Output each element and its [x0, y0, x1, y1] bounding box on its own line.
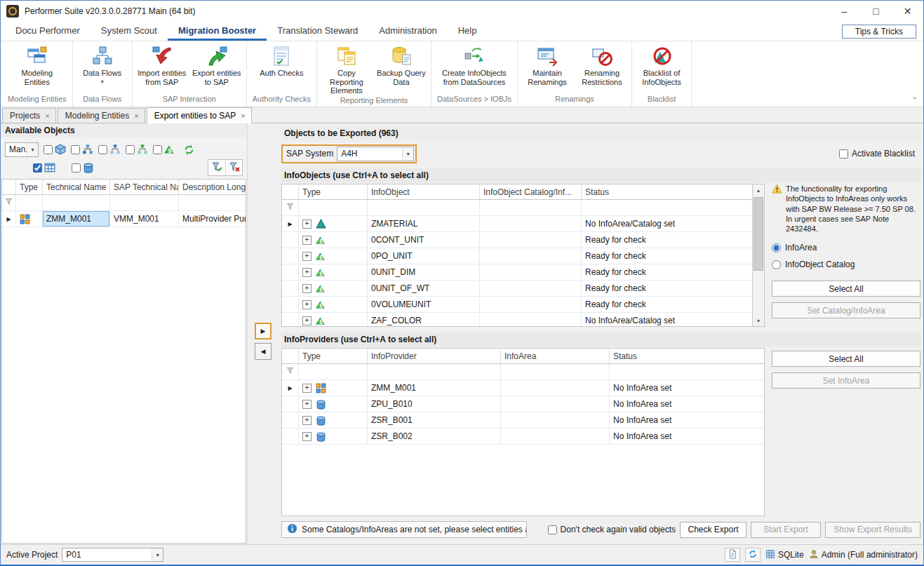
filter-cell[interactable]	[582, 200, 752, 215]
column-header-sap-technical-name[interactable]: SAP Technical Na...	[110, 180, 179, 194]
clear-filter-button[interactable]	[225, 160, 242, 175]
close-icon[interactable]: ×	[134, 112, 138, 120]
scroll-up-icon[interactable]: ▲	[753, 184, 764, 196]
create-infoobjects-button[interactable]: Create InfoObjects from DataSources	[435, 43, 514, 87]
log-button[interactable]	[725, 548, 740, 562]
filter-table-checkbox[interactable]	[33, 163, 42, 173]
blacklist-infoobjects-button[interactable]: Blacklist of InfoObjects	[635, 43, 688, 87]
table-row[interactable]: +$ 0UNIT_DIM Ready for check	[282, 264, 752, 281]
filter-cell[interactable]	[368, 364, 501, 379]
menu-migration-booster[interactable]: Migration Booster	[168, 22, 267, 41]
column-header-status[interactable]: Status	[582, 184, 752, 199]
filter-keyfigure-checkbox[interactable]	[153, 145, 162, 154]
filter-cell[interactable]	[110, 195, 179, 210]
expand-icon[interactable]: +	[302, 400, 312, 409]
expand-icon[interactable]: +	[302, 220, 312, 229]
infoproviders-select-all-button[interactable]: Select All	[772, 351, 920, 367]
maintain-renamings-button[interactable]: Maintain Renamings	[521, 43, 574, 87]
activate-blacklist-input[interactable]	[839, 149, 848, 159]
table-row[interactable]: +$ 0UNIT_OF_WT Ready for check	[282, 281, 752, 297]
column-header-description-long[interactable]: Description Long	[179, 180, 246, 194]
edit-filter-button[interactable]	[208, 160, 225, 175]
set-catalog-infoarea-button[interactable]: Set Catalog/InfoArea	[772, 302, 920, 318]
export-entities-button[interactable]: Export entities to SAP	[190, 43, 243, 87]
set-infoarea-button[interactable]: Set InfoArea	[772, 372, 920, 389]
maximize-button[interactable]: □	[860, 1, 892, 22]
menu-help[interactable]: Help	[448, 22, 488, 41]
expand-icon[interactable]: +	[302, 268, 312, 277]
minimize-button[interactable]: –	[829, 1, 860, 22]
filter-cell[interactable]	[299, 200, 368, 215]
filter-cube-checkbox[interactable]	[43, 145, 53, 154]
radio-infoarea-input[interactable]	[772, 243, 781, 252]
filter-hierarchy-green-checkbox[interactable]	[126, 145, 135, 154]
table-row[interactable]: ▶ ZMM_M001 VMM_M001 MultiProvider Purc..…	[2, 211, 246, 227]
expand-icon[interactable]: +	[302, 316, 312, 325]
expand-icon[interactable]: +	[302, 384, 312, 393]
tab-export-entities-to-sap[interactable]: Export entities to SAP ×	[147, 107, 252, 123]
ribbon-collapse-icon[interactable]: ⌃	[912, 96, 918, 104]
infoobjects-select-all-button[interactable]: Select All	[772, 281, 920, 297]
filter-hierarchy-checkbox[interactable]	[98, 145, 107, 154]
tips-tricks-button[interactable]: Tips & Tricks	[842, 25, 916, 39]
auth-checks-button[interactable]: Auth Checks	[255, 43, 308, 79]
radio-infoobject-catalog-input[interactable]	[772, 260, 781, 269]
filter-cell[interactable]	[299, 364, 368, 379]
cell-technical-name[interactable]: ZMM_M001	[43, 211, 110, 227]
dont-check-again-checkbox[interactable]: Don't check again valid objects	[548, 525, 676, 534]
table-row[interactable]: ▶ + ZMM_M001 No InfoArea set	[282, 380, 764, 396]
menu-translation-steward[interactable]: Translation Steward	[267, 22, 368, 41]
column-header-type[interactable]: Type	[16, 180, 43, 194]
sync-button[interactable]	[745, 548, 761, 562]
copy-reporting-elements-button[interactable]: Copy Reporting Elements	[320, 43, 373, 96]
table-row[interactable]: +$ 0CONT_UNIT Ready for check	[282, 232, 752, 248]
close-icon[interactable]: ×	[45, 112, 49, 120]
column-header-infoobject[interactable]: InfoObject	[368, 184, 480, 199]
menu-administration[interactable]: Administration	[368, 22, 447, 41]
radio-infoarea[interactable]: InfoArea	[772, 243, 920, 252]
column-header-technical-name[interactable]: Technical Name	[43, 180, 110, 194]
scroll-down-icon[interactable]: ▼	[753, 315, 764, 326]
menu-docu-performer[interactable]: Docu Performer	[5, 22, 91, 41]
check-export-button[interactable]: Check Export	[680, 522, 746, 538]
filter-cell[interactable]	[501, 364, 610, 379]
show-export-results-button[interactable]: Show Export Results	[825, 522, 920, 538]
column-header-catalog[interactable]: InfoObject Catalog/Inf...	[480, 184, 582, 199]
column-header-infoarea[interactable]: InfoArea	[501, 349, 610, 363]
scrollbar-thumb[interactable]	[754, 197, 763, 271]
move-right-button[interactable]: ▶	[255, 323, 272, 339]
filter-cell[interactable]	[368, 200, 480, 215]
refresh-icon[interactable]	[183, 144, 194, 155]
close-icon[interactable]: ×	[241, 112, 245, 120]
column-header-status[interactable]: Status	[610, 349, 764, 363]
filter-cell[interactable]	[179, 195, 246, 210]
filter-row[interactable]	[282, 200, 752, 216]
filter-dataflow-checkbox[interactable]	[71, 145, 80, 154]
table-row[interactable]: +$ 0PO_UNIT Ready for check	[282, 248, 752, 264]
data-flows-button[interactable]: Data Flows ▾	[76, 43, 129, 86]
active-project-dropdown[interactable]: P01 ▾	[62, 548, 163, 562]
close-button[interactable]: ✕	[892, 1, 923, 22]
dont-check-again-input[interactable]	[548, 525, 557, 534]
table-row[interactable]: +$ 0VOLUMEUNIT Ready for check	[282, 297, 752, 313]
expand-icon[interactable]: +	[302, 284, 312, 293]
activate-blacklist-checkbox[interactable]: Activate Blacklist	[839, 149, 920, 159]
expand-icon[interactable]: +	[302, 300, 312, 309]
vertical-scrollbar[interactable]: ▲ ▼	[753, 184, 765, 327]
menu-system-scout[interactable]: System Scout	[91, 22, 168, 41]
tab-modeling-entities[interactable]: Modeling Entities ×	[58, 108, 145, 123]
scrollbar-track[interactable]	[753, 196, 764, 315]
table-row[interactable]: + ZPU_B010 No InfoArea set	[282, 396, 764, 412]
filter-cell[interactable]	[610, 364, 764, 379]
filter-cell[interactable]	[43, 195, 110, 210]
expand-icon[interactable]: +	[302, 236, 312, 245]
filter-cell[interactable]	[16, 195, 43, 210]
column-header-type[interactable]: Type	[299, 184, 368, 199]
tab-projects[interactable]: Projects ×	[2, 108, 56, 123]
table-row[interactable]: + ZSR_B001 No InfoArea set	[282, 412, 764, 429]
filter-infoprovider-checkbox[interactable]	[72, 163, 81, 173]
backup-query-data-button[interactable]: Backup Query Data	[375, 43, 428, 87]
filter-row[interactable]	[2, 195, 246, 211]
import-entities-button[interactable]: Import entities from SAP	[135, 43, 189, 87]
type-filter-dropdown[interactable]: Man... ▾	[5, 142, 39, 157]
